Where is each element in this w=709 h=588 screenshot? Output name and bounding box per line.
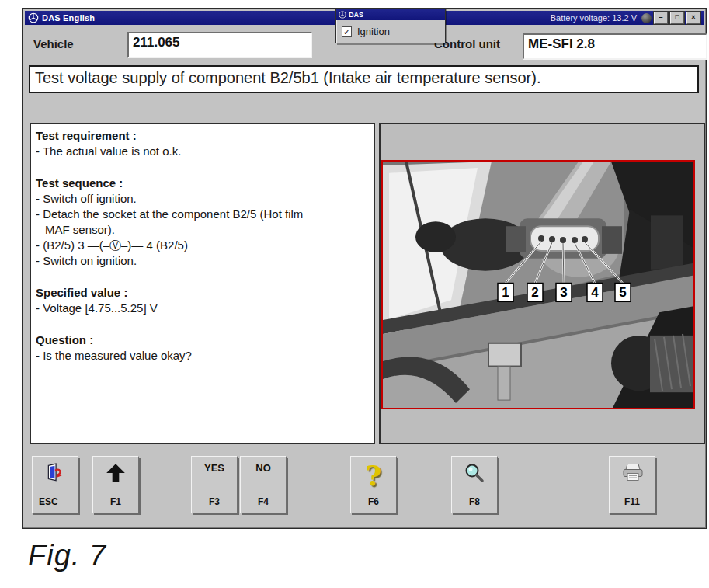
svg-text:3: 3	[560, 285, 567, 300]
section-heading: Test sequence :	[36, 176, 369, 191]
fkey-label: F1	[93, 496, 138, 507]
exit-door-icon	[33, 462, 78, 484]
instruction-line: - Switch off ignition.	[36, 191, 369, 207]
fkey-label: ESC	[33, 496, 78, 507]
test-sequence-section: Test sequence : - Switch off ignition. -…	[36, 176, 369, 269]
f1-button[interactable]: F1	[92, 456, 139, 513]
no-f4-button[interactable]: NO F4	[240, 456, 287, 513]
maximize-button[interactable]: □	[670, 12, 684, 24]
svg-text:1: 1	[502, 285, 509, 300]
instruction-line: - Voltage [4.75...5.25] V	[36, 301, 369, 316]
mercedes-star-icon	[339, 11, 346, 19]
control-unit-field[interactable]: ME-SFI 2.8	[523, 33, 707, 60]
illustration-panel: 1 2 3 4 5	[379, 123, 705, 444]
svg-text:4: 4	[591, 285, 599, 300]
instruction-line: - The actual value is not o.k.	[36, 144, 369, 159]
fkey-label: F4	[241, 496, 286, 507]
vehicle-field[interactable]: 211.065	[127, 32, 312, 58]
pin-label-3: 3	[556, 284, 572, 302]
magnifier-icon	[452, 462, 497, 484]
close-button[interactable]: ×	[686, 12, 700, 24]
battery-voltage-status: Battery voltage: 13.2 V	[551, 13, 637, 23]
instruction-line: MAF sensor).	[36, 222, 369, 238]
engine-bay-photo: 1 2 3 4 5	[381, 160, 695, 409]
popup-body: ✓ Ignition	[336, 20, 445, 43]
figure-caption: Fig. 7	[28, 539, 106, 572]
window-title: DAS English	[42, 13, 95, 23]
status-orb-icon	[641, 13, 652, 23]
help-f6-button[interactable]: ? F6	[350, 456, 397, 513]
section-heading: Test requirement :	[36, 128, 369, 144]
das-main-window: DAS English Battery voltage: 13.2 V – □ …	[22, 8, 707, 529]
print-f11-button[interactable]: F11	[609, 456, 655, 513]
section-heading: Question :	[36, 332, 369, 348]
ignition-checkbox[interactable]: ✓	[342, 26, 352, 37]
vehicle-label: Vehicle	[33, 37, 74, 50]
yes-label: YES	[192, 462, 237, 474]
question-section: Question : - Is the measured value okay?	[36, 332, 369, 364]
no-label: NO	[241, 462, 286, 474]
pin-label-1: 1	[498, 284, 513, 302]
popup-title: DAS	[349, 11, 363, 19]
instruction-line-voltmeter: - (B2/5) 3 —(–Ⓥ–)— 4 (B2/5)	[36, 238, 369, 253]
specified-value-section: Specified value : - Voltage [4.75...5.25…	[36, 285, 369, 316]
task-title-banner: Test voltage supply of component B2/5b1 …	[29, 65, 699, 93]
section-heading: Specified value :	[36, 285, 369, 301]
fkey-label: F3	[192, 496, 237, 507]
test-instructions-panel: Test requirement : - The actual value is…	[30, 123, 375, 444]
svg-text:5: 5	[619, 285, 626, 300]
test-requirement-section: Test requirement : - The actual value is…	[36, 128, 369, 159]
fkey-label: F8	[452, 496, 497, 507]
fkey-label: F11	[610, 496, 655, 507]
instruction-line: - Switch on ignition.	[36, 253, 369, 269]
engine-photo-illustration: 1 2 3 4 5	[383, 162, 693, 408]
svg-text:2: 2	[531, 285, 538, 300]
help-question-icon: ?	[351, 462, 396, 489]
instruction-line: - Is the measured value okay?	[36, 348, 369, 364]
up-arrow-icon	[93, 462, 138, 484]
ignition-checkbox-label: Ignition	[357, 26, 390, 37]
instruction-line: - Detach the socket at the component B2/…	[36, 207, 369, 222]
yes-f3-button[interactable]: YES F3	[191, 456, 238, 513]
pin-label-2: 2	[527, 284, 543, 302]
printer-icon	[610, 462, 655, 483]
mercedes-star-icon	[28, 12, 39, 23]
pin-label-5: 5	[615, 284, 631, 302]
esc-button[interactable]: ESC	[32, 456, 78, 513]
minimize-button[interactable]: –	[654, 12, 668, 24]
zoom-f8-button[interactable]: F8	[451, 456, 498, 513]
ignition-popup-window: DAS ✓ Ignition	[335, 8, 446, 43]
pin-label-4: 4	[587, 284, 603, 302]
popup-titlebar[interactable]: DAS	[336, 9, 445, 20]
fkey-label: F6	[351, 496, 396, 507]
